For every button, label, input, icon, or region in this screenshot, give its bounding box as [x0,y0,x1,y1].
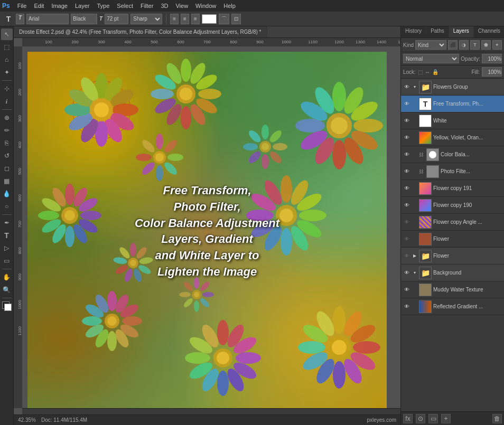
eyedropper-tool[interactable]: 𝒊 [1,96,13,107]
align-center-btn[interactable]: ≡ [181,14,189,24]
layer-flower-angle[interactable]: 👁 Flower copy Angle ... [401,214,504,231]
tab-history[interactable]: History [401,26,426,37]
layer-eye-flower-plain[interactable]: 👁 [403,235,410,243]
layer-eye-color-balance[interactable]: 👁 [403,151,410,158]
stamp-tool[interactable]: ⎘ [1,137,13,149]
warp-text-btn[interactable]: ⌒ [219,14,229,24]
lock-pixels-icon[interactable]: ⬚ [418,69,423,75]
filter-shape-btn[interactable]: ⬟ [481,40,491,50]
menu-view[interactable]: View [172,2,191,10]
spot-heal-tool[interactable]: ⊕ [1,112,13,124]
menu-select[interactable]: Select [114,2,136,10]
menu-layer[interactable]: Layer [72,2,93,10]
filter-smart-btn[interactable]: ✦ [492,40,502,50]
align-right-btn[interactable]: ≡ [191,14,200,24]
layer-color-balance[interactable]: 👁 ⛓ Color Bala... [401,146,504,163]
layer-eye-free-transform[interactable]: 👁 [403,100,410,108]
canvas-scrollbar-h[interactable] [22,408,400,414]
eraser-tool[interactable]: ◻ [1,163,13,174]
delete-layer-btn[interactable]: 🗑 [492,414,502,423]
path-select-tool[interactable]: ▷ [1,242,13,254]
layer-eye-flower-folder[interactable]: 👁 [403,252,410,260]
layer-eye-background[interactable]: 👁 [403,269,410,277]
hand-tool[interactable]: ✋ [1,271,13,283]
zoom-tool[interactable]: 🔍 [1,284,13,296]
brush-tool[interactable]: ✏ [1,125,13,136]
font-style-input[interactable] [71,14,97,24]
layer-eye-yellow-violet[interactable]: 👁 [403,134,410,141]
antialiasing-select[interactable]: Sharp Crisp Strong Smooth [130,14,162,24]
layer-eye-white[interactable]: 👁 [403,117,410,125]
layer-thumb-photo-filter [426,165,439,178]
canvas-viewport[interactable]: Free Transform, Photo Filter, Color Bala… [22,46,400,408]
menu-edit[interactable]: Edit [31,2,47,10]
layer-flowers-group[interactable]: 👁 ▾ 📁 Flowers Group [401,79,504,96]
add-style-btn[interactable]: fx [403,414,413,423]
blur-tool[interactable]: 💧 [1,188,13,200]
fill-input[interactable] [482,67,502,77]
layer-eye-flower-190[interactable]: 👁 [403,202,410,209]
opacity-input[interactable] [482,54,502,63]
lock-position-icon[interactable]: ↔ [425,69,430,75]
move-tool[interactable]: ↖ [1,29,13,40]
layer-muddy-water[interactable]: 👁 Muddy Water Texture [401,281,504,298]
menu-type[interactable]: Type [94,2,113,10]
layer-kind-select[interactable]: Kind [415,40,446,50]
crop-tool[interactable]: ⊹ [1,83,13,95]
layer-yellow-violet[interactable]: 👁 Yellow, Violet, Oran... [401,129,504,146]
layer-flower-folder[interactable]: 👁 ▶ 📁 Flower [401,248,504,265]
document-tab[interactable]: Droste Effect 2.psd @ 42.4% (Free Transf… [14,26,267,37]
text-color-swatch[interactable] [202,14,217,24]
pen-tool[interactable]: ✒ [1,217,13,229]
menu-filter[interactable]: Filter [137,2,156,10]
layer-expand-flowers-group[interactable]: ▾ [412,84,417,90]
canvas[interactable]: Free Transform, Photo Filter, Color Bala… [27,52,387,408]
tab-layers[interactable]: Layers [449,26,474,37]
filter-type-btn[interactable]: T [470,40,480,50]
blend-mode-select[interactable]: Normal Multiply Screen Overlay [403,54,459,63]
layer-expand-flower-folder[interactable]: ▶ [412,253,417,259]
marquee-tool[interactable]: ⬚ [1,41,13,53]
layer-flower-plain[interactable]: 👁 Flower [401,231,504,248]
layers-list[interactable]: 👁 ▾ 📁 Flowers Group 👁 T Free Transform, … [401,79,504,411]
layer-eye-muddy[interactable]: 👁 [403,286,410,294]
layer-eye-flowers-group[interactable]: 👁 [403,83,410,91]
font-name-input[interactable] [26,14,69,24]
layer-background-group[interactable]: 👁 ▾ 📁 Background [401,265,504,281]
filter-pixel-btn[interactable]: ⬛ [448,40,458,50]
layer-free-transform[interactable]: 👁 T Free Transform, Ph... [401,96,504,112]
dodge-tool[interactable]: ○ [1,201,13,212]
layer-eye-photo-filter[interactable]: 👁 [403,168,410,175]
history-brush-tool[interactable]: ↺ [1,150,13,162]
menu-3d[interactable]: 3D [157,2,171,10]
tab-paths[interactable]: Paths [426,26,449,37]
gradient-tool[interactable]: ▦ [1,175,13,187]
layer-eye-gradient[interactable]: 👁 [403,303,410,310]
font-size-input[interactable] [105,14,128,24]
menu-image[interactable]: Image [48,2,71,10]
layer-photo-filter[interactable]: 👁 ⛓ Photo Filte... [401,163,504,180]
new-group-btn[interactable]: ▭ [428,414,438,423]
filter-adjust-btn[interactable]: ◑ [459,40,469,50]
quick-select-tool[interactable]: ✦ [1,67,13,78]
shape-tool[interactable]: ▭ [1,255,13,267]
new-layer-btn[interactable]: + [441,414,451,423]
type-tool[interactable]: T [1,230,13,241]
layer-reflected-gradient[interactable]: 👁 Reflected Gradient ... [401,298,504,315]
align-left-btn[interactable]: ≡ [170,14,179,24]
menu-file[interactable]: File [14,2,30,10]
menu-window[interactable]: Window [192,2,219,10]
layer-expand-background[interactable]: ▾ [412,270,417,276]
lasso-tool[interactable]: ⌂ [1,54,13,65]
layer-flower-copy-190[interactable]: 👁 Flower copy 190 [401,197,504,214]
foreground-color[interactable] [1,300,13,312]
layer-flower-copy-191[interactable]: 👁 Flower copy 191 [401,180,504,197]
lock-all-icon[interactable]: 🔒 [432,69,438,75]
layer-eye-flower-191[interactable]: 👁 [403,185,410,192]
toggle-options-btn[interactable]: ⊡ [231,14,241,24]
add-mask-btn[interactable]: ⊙ [416,414,425,423]
layer-white[interactable]: 👁 White [401,112,504,129]
tab-channels[interactable]: Channels [474,26,504,37]
layer-eye-flower-angle[interactable]: 👁 [403,219,410,226]
menu-help[interactable]: Help [220,2,239,10]
